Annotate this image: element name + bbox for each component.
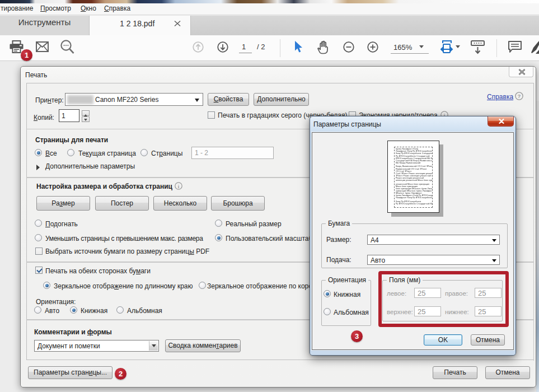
svg-text:?: ? [518, 93, 521, 99]
svg-text:i: i [178, 184, 180, 189]
